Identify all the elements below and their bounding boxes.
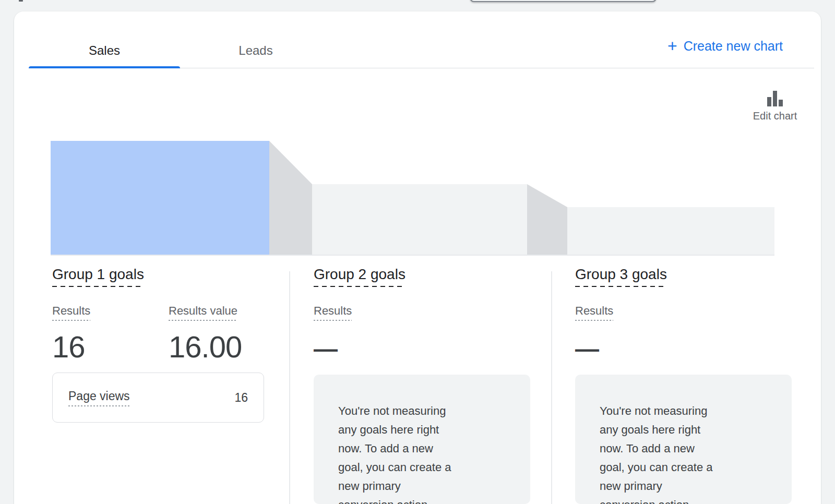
bar-chart-icon [767, 91, 783, 106]
results-label[interactable]: Results [52, 304, 90, 321]
results-label[interactable]: Results [314, 304, 352, 321]
funnel-segment-group1[interactable] [51, 141, 269, 255]
column-divider-2 [551, 271, 552, 504]
tab-sales[interactable]: Sales [29, 35, 180, 66]
cropped-top-left-glyph [19, 0, 23, 2]
plus-icon: + [667, 38, 677, 54]
results-value-empty: — [575, 334, 613, 363]
results-value: 16 [52, 329, 90, 364]
group-1-results-value-metric: Results value 16.00 [169, 304, 242, 364]
funnel-segment-group2[interactable] [312, 184, 527, 255]
cropped-top-button[interactable] [470, 0, 657, 2]
goals-funnel-chart [51, 141, 774, 256]
goal-row-page-views: Page views 16 [52, 373, 264, 423]
results-value-label[interactable]: Results value [169, 304, 237, 321]
page-views-value: 16 [234, 391, 248, 405]
page-views-label[interactable]: Page views [68, 389, 130, 406]
edit-chart-button[interactable]: Edit chart [733, 91, 817, 122]
group-3-results-metric: Results — [575, 304, 613, 363]
results-value-value: 16.00 [169, 329, 242, 364]
funnel-connector-1 [269, 141, 312, 255]
create-new-chart-button[interactable]: + Create new chart [667, 38, 783, 54]
tab-leads[interactable]: Leads [180, 35, 331, 66]
results-label[interactable]: Results [575, 304, 613, 321]
funnel-connector-2 [527, 184, 567, 255]
active-tab-underline [29, 66, 180, 68]
group-1-column: Group 1 goals Results 16 Results value 1… [52, 266, 277, 504]
goals-overview-card: Sales Leads + Create new chart Edit char… [14, 11, 821, 504]
group-2-title[interactable]: Group 2 goals [314, 266, 405, 287]
funnel-segment-group3[interactable] [567, 207, 774, 255]
group-3-column: Group 3 goals Results — You're not measu… [575, 266, 800, 504]
column-divider-1 [289, 271, 290, 504]
group-2-empty-card: You're not measuring any goals here righ… [314, 375, 530, 504]
group-2-column: Group 2 goals Results — You're not measu… [314, 266, 538, 504]
results-value-empty: — [314, 334, 352, 363]
group-2-empty-message: You're not measuring any goals here righ… [314, 375, 476, 504]
group-3-title[interactable]: Group 3 goals [575, 266, 667, 287]
group-2-results-metric: Results — [314, 304, 352, 363]
group-3-empty-card: You're not measuring any goals here righ… [575, 375, 792, 504]
group-1-title[interactable]: Group 1 goals [52, 266, 144, 287]
edit-chart-label: Edit chart [753, 110, 797, 122]
funnel-baseline [51, 255, 774, 256]
group-1-results-metric: Results 16 [52, 304, 90, 364]
create-new-chart-label: Create new chart [684, 39, 783, 54]
tab-leads-label: Leads [238, 43, 272, 58]
group-3-empty-message: You're not measuring any goals here righ… [575, 375, 738, 504]
tab-sales-label: Sales [89, 43, 120, 58]
